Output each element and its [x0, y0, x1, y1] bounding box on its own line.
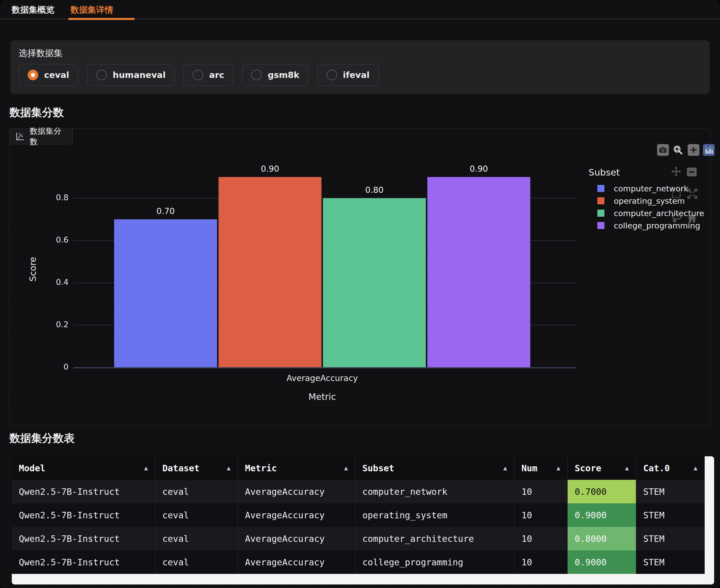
modebar-reset-home-button[interactable] [686, 212, 698, 224]
table-cell: 10 [514, 527, 568, 550]
table-cell: computer_architecture [355, 527, 514, 550]
column-header-metric[interactable]: Metric▲ [238, 456, 355, 480]
app-container: 数据集概览 数据集详情 选择数据集 cevalhumanevalarcgsm8k… [0, 0, 720, 588]
table-row: Qwen2.5-7B-InstructcevalAverageAccuracyc… [12, 480, 705, 503]
sort-arrow-icon[interactable]: ▲ [625, 464, 629, 471]
table-cell: ceval [155, 527, 238, 550]
sort-arrow-icon[interactable]: ▲ [694, 464, 697, 471]
table-cell: Qwen2.5-7B-Instruct [12, 480, 155, 503]
modebar-zoom-in-button[interactable] [688, 144, 699, 156]
active-tab-underline [68, 18, 135, 20]
table-cell: AverageAccuracy [238, 550, 355, 574]
y-axis-title: Score [28, 255, 38, 284]
dataset-option-label: arc [209, 70, 224, 80]
table-cell: ceval [155, 550, 238, 574]
table-cell: STEM [636, 527, 705, 550]
dataset-radio-group: cevalhumanevalarcgsm8kifeval [19, 64, 379, 86]
sort-arrow-icon[interactable]: ▲ [144, 464, 148, 471]
table-row: Qwen2.5-7B-InstructcevalAverageAccuracyo… [12, 503, 705, 527]
x-axis-line [73, 367, 576, 369]
table-horizontal-scrollbar[interactable] [12, 574, 714, 585]
bar-value-label: 0.90 [219, 164, 322, 174]
bar-computer_architecture [323, 198, 426, 368]
dataset-option-humaneval[interactable]: humaneval [87, 64, 175, 86]
table-cell: Qwen2.5-7B-Instruct [12, 527, 155, 550]
bar-operating_system [219, 177, 322, 368]
sort-arrow-icon[interactable]: ▲ [556, 464, 560, 471]
table-header-row: Model▲Dataset▲Metric▲Subset▲Num▲Score▲Ca… [12, 456, 705, 480]
bar-college_programming [427, 177, 530, 368]
column-header-model[interactable]: Model▲ [12, 456, 155, 480]
legend-title: Subset [589, 167, 620, 177]
modebar-zoom-button[interactable] [672, 144, 684, 156]
bar-chart: 00.20.40.60.80.700.900.800.90AverageAccu… [10, 129, 710, 425]
sort-arrow-icon[interactable]: ▲ [344, 464, 348, 471]
dataset-option-arc[interactable]: arc [184, 64, 233, 86]
modebar-lasso-button[interactable] [671, 212, 683, 224]
table-cell: computer_network [355, 480, 514, 503]
column-header-score[interactable]: Score▲ [568, 456, 636, 480]
dataset-option-ifeval[interactable]: ifeval [317, 64, 379, 86]
dataset-option-label: ifeval [343, 70, 370, 80]
legend-swatch [597, 222, 604, 229]
score-cell: 0.9000 [568, 550, 636, 574]
radio-unselected-icon [96, 70, 107, 80]
y-tick-label: 0 [48, 362, 68, 371]
modebar-pan-button[interactable] [670, 166, 682, 178]
table-cell: STEM [636, 480, 705, 503]
dataset-option-label: humaneval [112, 70, 166, 80]
table-cell: STEM [636, 550, 705, 574]
score-cell: 0.8000 [568, 527, 636, 550]
table-cell: 10 [514, 550, 568, 574]
legend-swatch [597, 210, 604, 217]
sort-arrow-icon[interactable]: ▲ [503, 464, 507, 471]
tab-dataset-detail[interactable]: 数据集详情 [70, 4, 113, 16]
legend-item-college_programming[interactable]: college_programming [597, 220, 700, 231]
radio-unselected-icon [193, 70, 203, 80]
tab-bar: 数据集概览 数据集详情 [0, 0, 720, 19]
radio-selected-icon [28, 70, 38, 80]
table-vertical-scrollbar[interactable] [705, 456, 714, 585]
dataset-picker-label: 选择数据集 [19, 47, 701, 59]
table-cell: college_programming [355, 550, 514, 574]
modebar-zoom-out-button[interactable] [685, 166, 698, 178]
radio-unselected-icon [251, 70, 262, 80]
table-cell: 10 [514, 480, 568, 503]
table-cell: AverageAccuracy [238, 503, 355, 527]
modebar-plotly-logo[interactable] [703, 144, 715, 156]
table-cell: ceval [155, 503, 238, 527]
table-cell: Qwen2.5-7B-Instruct [12, 503, 155, 527]
y-tick-label: 0.6 [48, 235, 68, 244]
table-section-title: 数据集分数表 [9, 431, 75, 446]
column-header-subset[interactable]: Subset▲ [355, 456, 514, 480]
score-cell: 0.7000 [568, 480, 636, 503]
dataset-option-ceval[interactable]: ceval [19, 64, 78, 86]
table-cell: ceval [155, 480, 238, 503]
table-body-area: Model▲Dataset▲Metric▲Subset▲Num▲Score▲Ca… [12, 456, 705, 574]
modebar-camera-button[interactable] [657, 144, 669, 156]
table-cell: operating_system [355, 503, 514, 527]
dataset-option-label: gsm8k [268, 70, 300, 80]
table-cell: 10 [514, 503, 568, 527]
table-cell: STEM [636, 503, 705, 527]
column-header-num[interactable]: Num▲ [514, 456, 568, 480]
sort-arrow-icon[interactable]: ▲ [227, 464, 231, 471]
score-cell: 0.9000 [568, 503, 636, 527]
table-row: Qwen2.5-7B-InstructcevalAverageAccuracyc… [12, 550, 705, 574]
chart-section-title: 数据集分数 [9, 105, 64, 120]
scores-table: Model▲Dataset▲Metric▲Subset▲Num▲Score▲Ca… [12, 456, 714, 585]
x-tick-label: AverageAccuracy [234, 373, 411, 383]
table-cell: AverageAccuracy [238, 480, 355, 503]
modebar-box-select-button[interactable] [670, 188, 683, 200]
modebar-autoscale-button[interactable] [686, 188, 699, 200]
column-header-dataset[interactable]: Dataset▲ [155, 456, 238, 480]
dataset-option-gsm8k[interactable]: gsm8k [242, 64, 309, 86]
column-header-cat-0[interactable]: Cat.0▲ [636, 456, 705, 480]
tab-dataset-overview[interactable]: 数据集概览 [12, 4, 55, 16]
table-row: Qwen2.5-7B-InstructcevalAverageAccuracyc… [12, 527, 705, 550]
bar-value-label: 0.80 [323, 185, 426, 195]
legend-swatch [597, 185, 604, 192]
legend-swatch [597, 197, 604, 204]
chart-card: 数据集分数 00.20.40.60.80.700.900.800.90Avera… [9, 128, 711, 425]
radio-unselected-icon [327, 70, 337, 80]
